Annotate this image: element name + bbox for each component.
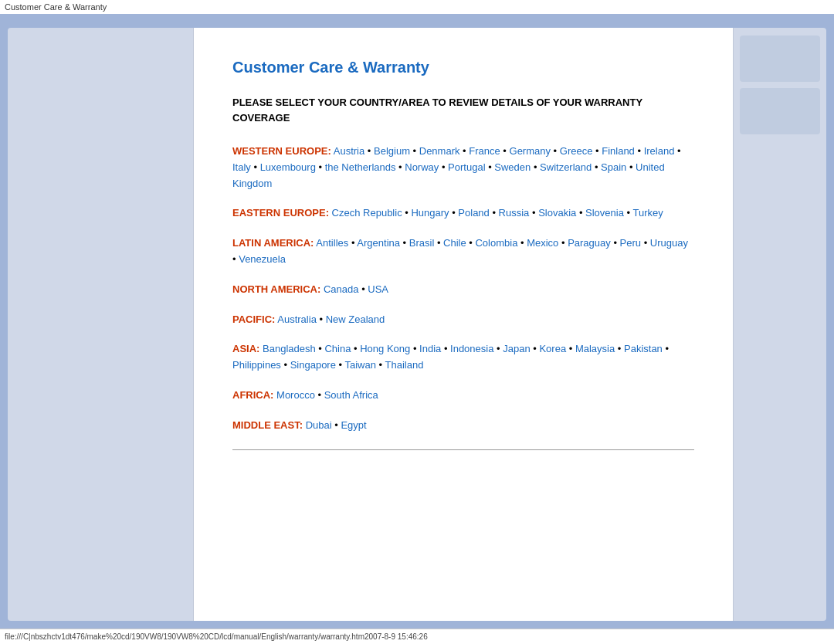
country-link-turkey[interactable]: Turkey — [632, 207, 663, 219]
country-link-argentina[interactable]: Argentina — [357, 237, 400, 249]
country-link-indonesia[interactable]: Indonesia — [450, 343, 493, 354]
country-link-sweden[interactable]: Sweden — [494, 161, 531, 173]
bullet: • — [332, 419, 341, 431]
bullet: • — [364, 145, 374, 157]
country-link-uruguay[interactable]: Uruguay — [650, 237, 688, 249]
bullet: • — [635, 145, 644, 157]
bullet: • — [400, 237, 409, 249]
bullet: • — [551, 145, 560, 157]
country-link-germany[interactable]: Germany — [510, 145, 551, 157]
bullet: • — [529, 207, 538, 219]
country-link-malaysia[interactable]: Malaysia — [575, 343, 615, 354]
region-label-middle-east: MIDDLE EAST: — [232, 419, 303, 431]
country-link-slovenia[interactable]: Slovenia — [585, 207, 624, 219]
country-link-thailand[interactable]: Thailand — [385, 359, 424, 371]
region-eastern-europe: EASTERN EUROPE: Czech Republic • Hungary… — [232, 205, 694, 222]
country-link-hungary[interactable]: Hungary — [411, 207, 449, 219]
bullet: • — [348, 237, 357, 249]
region-label-eastern-europe: EASTERN EUROPE: — [232, 207, 329, 219]
bullet: • — [317, 314, 326, 325]
main-content: Customer Care & Warranty PLEASE SELECT Y… — [193, 28, 734, 621]
bullet: • — [434, 237, 443, 249]
country-link-finland[interactable]: Finland — [602, 145, 635, 157]
country-link-the-netherlands[interactable]: the Netherlands — [325, 161, 396, 173]
bullet: • — [500, 145, 510, 157]
bullet: • — [592, 145, 602, 157]
country-link-czech-republic[interactable]: Czech Republic — [332, 207, 402, 219]
bullet: • — [359, 283, 368, 295]
country-link-italy[interactable]: Italy — [232, 161, 251, 173]
bullet: • — [592, 161, 601, 173]
bullet: • — [558, 237, 568, 249]
region-label-western-europe: WESTERN EUROPE: — [232, 145, 331, 157]
top-bar: Customer Care & Warranty — [0, 0, 834, 14]
region-north-america: NORTH AMERICA: Canada • USA — [232, 282, 694, 298]
browser-area: Customer Care & Warranty PLEASE SELECT Y… — [0, 14, 834, 629]
bullet: • — [316, 343, 325, 354]
right-sidebar-panel-2 — [740, 88, 820, 134]
country-link-paraguay[interactable]: Paraguay — [568, 237, 611, 249]
country-link-mexico[interactable]: Mexico — [527, 237, 558, 249]
country-link-india[interactable]: India — [419, 343, 441, 354]
country-link-slovakia[interactable]: Slovakia — [538, 207, 576, 219]
country-link-bangladesh[interactable]: Bangladesh — [263, 343, 316, 354]
country-link-denmark[interactable]: Denmark — [419, 145, 460, 157]
bullet: • — [517, 237, 527, 249]
region-label-pacific: PACIFIC: — [232, 314, 275, 325]
country-link-france[interactable]: France — [469, 145, 500, 157]
country-link-hong-kong[interactable]: Hong Kong — [360, 343, 410, 354]
region-label-africa: AFRICA: — [232, 389, 273, 401]
region-latin-america: LATIN AMERICA: Antilles • Argentina • Br… — [232, 236, 694, 268]
region-label-latin-america: LATIN AMERICA: — [232, 237, 314, 249]
country-link-morocco[interactable]: Morocco — [276, 389, 315, 401]
country-link-usa[interactable]: USA — [368, 283, 388, 295]
country-link-switzerland[interactable]: Switzerland — [540, 161, 592, 173]
country-link-peru[interactable]: Peru — [620, 237, 641, 249]
country-link-brasil[interactable]: Brasil — [409, 237, 435, 249]
country-link-greece[interactable]: Greece — [560, 145, 593, 157]
bullet: • — [315, 389, 324, 401]
country-link-new-zealand[interactable]: New Zealand — [326, 314, 385, 325]
country-link-egypt[interactable]: Egypt — [341, 419, 366, 431]
country-link-dubai[interactable]: Dubai — [306, 419, 332, 431]
bullet: • — [466, 237, 476, 249]
country-link-australia[interactable]: Australia — [277, 314, 317, 325]
region-africa: AFRICA: Morocco • South Africa — [232, 388, 694, 404]
country-link-belgium[interactable]: Belgium — [374, 145, 410, 157]
content-area: Customer Care & Warranty PLEASE SELECT Y… — [194, 28, 733, 621]
bullet: • — [615, 343, 624, 354]
country-link-pakistan[interactable]: Pakistan — [624, 343, 663, 354]
country-link-russia[interactable]: Russia — [499, 207, 530, 219]
bullet: • — [410, 343, 419, 354]
country-link-poland[interactable]: Poland — [458, 207, 489, 219]
country-link-china[interactable]: China — [324, 343, 351, 354]
country-link-luxembourg[interactable]: Luxembourg — [260, 161, 316, 173]
country-link-portugal[interactable]: Portugal — [448, 161, 485, 173]
bullet: • — [674, 145, 680, 157]
bullet: • — [410, 145, 419, 157]
country-link-venezuela[interactable]: Venezuela — [239, 253, 286, 265]
country-link-spain[interactable]: Spain — [601, 161, 626, 173]
bullet: • — [626, 161, 636, 173]
bullet: • — [531, 343, 540, 354]
status-bar: file:///C|nbszhctv1dt476/make%20cd/190VW… — [0, 629, 834, 644]
bullet: • — [336, 359, 345, 371]
country-link-taiwan[interactable]: Taiwan — [344, 359, 375, 371]
region-asia: ASIA: Bangladesh • China • Hong Kong • I… — [232, 341, 694, 374]
country-link-south-africa[interactable]: South Africa — [324, 389, 378, 401]
country-link-ireland[interactable]: Ireland — [644, 145, 675, 157]
country-link-japan[interactable]: Japan — [503, 343, 530, 354]
country-link-austria[interactable]: Austria — [334, 145, 364, 157]
bullet: • — [663, 343, 669, 354]
country-link-norway[interactable]: Norway — [405, 161, 439, 173]
country-link-philippines[interactable]: Philippines — [232, 359, 281, 371]
country-link-colombia[interactable]: Colombia — [475, 237, 517, 249]
country-link-korea[interactable]: Korea — [539, 343, 566, 354]
region-middle-east: MIDDLE EAST: Dubai • Egypt — [232, 418, 694, 434]
country-link-canada[interactable]: Canada — [324, 283, 359, 295]
right-sidebar — [734, 28, 826, 621]
country-link-antilles[interactable]: Antilles — [316, 237, 348, 249]
country-link-chile[interactable]: Chile — [443, 237, 466, 249]
bullet: • — [531, 161, 540, 173]
country-link-singapore[interactable]: Singapore — [290, 359, 336, 371]
